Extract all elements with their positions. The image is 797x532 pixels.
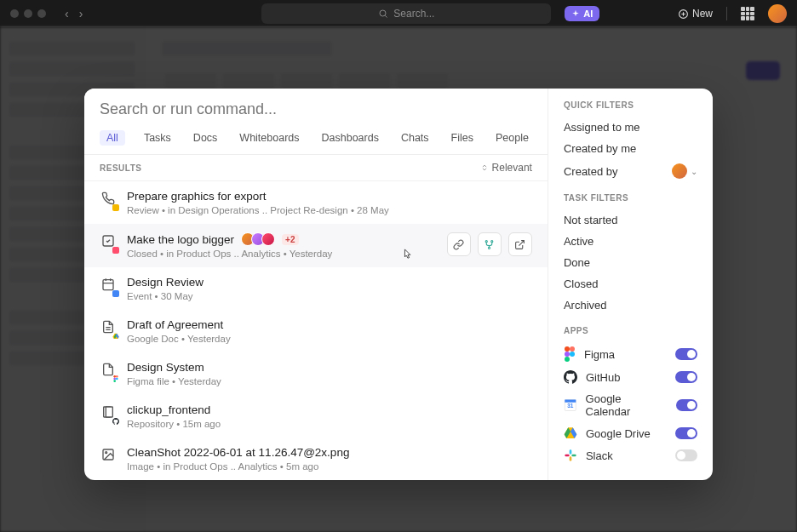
filter-done[interactable]: Done <box>564 252 697 273</box>
link-icon <box>453 239 464 250</box>
ai-button[interactable]: AI <box>565 6 599 21</box>
results-header: RESULTS Relevant <box>84 155 548 181</box>
filter-user-selector[interactable]: ⌄ <box>672 163 697 179</box>
gcal-badge-icon <box>112 290 119 297</box>
app-github: GitHub <box>564 366 697 388</box>
close-window-icon[interactable] <box>10 9 19 18</box>
toggle-slack[interactable] <box>675 449 697 461</box>
tab-docs[interactable]: Docs <box>190 130 221 146</box>
result-event-design-review[interactable]: Design Review Event • 30 May <box>84 267 548 310</box>
svg-point-17 <box>570 346 575 352</box>
result-meta: Repository • 15m ago <box>127 419 532 429</box>
nav-back-icon[interactable]: ‹ <box>63 7 71 20</box>
toggle-google-calendar[interactable] <box>676 399 697 411</box>
external-link-icon <box>514 239 525 250</box>
result-meta: Closed • in Product Ops .. Analytics • Y… <box>127 249 437 259</box>
sort-dropdown[interactable]: Relevant <box>480 162 532 174</box>
result-title: Make the logo bigger <box>127 233 234 246</box>
result-repo-clickup-frontend[interactable]: clickup_frontend Repository • 15m ago <box>84 395 548 438</box>
result-image-cleanshot[interactable]: CleanShot 2022-06-01 at 11.26.47@2x.png … <box>84 438 548 480</box>
svg-rect-25 <box>571 455 576 457</box>
result-meta: Image • in Product Ops .. Analytics • 5m… <box>127 461 532 472</box>
svg-rect-6 <box>103 280 113 290</box>
result-meta: Event • 30 May <box>127 291 532 301</box>
svg-point-3 <box>486 240 488 242</box>
svg-point-5 <box>489 247 490 249</box>
google-calendar-icon: 31 <box>564 398 577 412</box>
svg-text:31: 31 <box>567 403 574 409</box>
svg-point-20 <box>565 357 570 362</box>
avatar <box>672 163 687 179</box>
command-search-input[interactable] <box>84 89 548 123</box>
user-avatar[interactable] <box>768 4 787 23</box>
toggle-google-drive[interactable] <box>675 427 697 439</box>
app-name: Figma <box>584 348 615 361</box>
nav-forward-icon[interactable]: › <box>77 7 85 20</box>
filter-created-by[interactable]: Created by ⌄ <box>564 159 697 183</box>
chevron-down-icon: ⌄ <box>691 167 697 176</box>
result-task-make-logo-bigger[interactable]: Make the logo bigger +2 Closed • in Prod… <box>84 224 548 267</box>
tab-tasks[interactable]: Tasks <box>140 130 175 146</box>
sort-icon <box>480 163 489 172</box>
svg-point-4 <box>491 240 493 242</box>
apps-grid-icon[interactable] <box>741 7 754 20</box>
global-search-placeholder: Search... <box>393 8 434 20</box>
tab-whiteboards[interactable]: Whiteboards <box>236 130 302 146</box>
modal-overlay[interactable]: All Tasks Docs Whiteboards Dashboards Ch… <box>0 27 797 532</box>
search-icon <box>378 9 388 19</box>
tab-all[interactable]: All <box>100 130 125 146</box>
result-meta: Google Doc • Yesterday <box>127 334 532 344</box>
toggle-github[interactable] <box>675 371 697 383</box>
svg-point-16 <box>565 346 570 352</box>
phone-task-icon <box>100 192 117 209</box>
minimize-window-icon[interactable] <box>24 9 32 18</box>
svg-point-9 <box>113 378 116 380</box>
github-icon <box>564 370 577 384</box>
app-name: GitHub <box>586 371 620 384</box>
svg-point-0 <box>380 10 386 16</box>
result-figma-design-system[interactable]: Design System Figma file • Yesterday <box>84 352 548 395</box>
filter-closed[interactable]: Closed <box>564 273 697 295</box>
result-task-prepare-graphics[interactable]: Prepare graphics for export Review • in … <box>84 181 548 224</box>
result-gdoc-draft-agreement[interactable]: Draft of Agreement Google Doc • Yesterda… <box>84 310 548 352</box>
app-figma: Figma <box>564 342 697 366</box>
sparkle-icon <box>571 9 580 18</box>
global-search[interactable]: Search... <box>261 3 551 24</box>
app-name: Google Drive <box>586 427 651 440</box>
result-meta: Figma file • Yesterday <box>127 376 532 386</box>
result-title: Draft of Agreement <box>127 318 223 331</box>
filter-not-started[interactable]: Not started <box>564 209 697 231</box>
copy-link-button[interactable] <box>447 232 471 256</box>
figma-icon <box>564 346 576 362</box>
maximize-window-icon[interactable] <box>37 9 46 18</box>
toggle-figma[interactable] <box>675 348 697 360</box>
document-icon <box>100 363 117 380</box>
apps-heading: APPS <box>564 326 697 335</box>
filter-active[interactable]: Active <box>564 231 697 252</box>
result-title: Design Review <box>127 276 204 289</box>
app-slack: Slack <box>564 444 697 466</box>
filter-assigned-to-me[interactable]: Assigned to me <box>564 117 697 138</box>
results-list: Prepare graphics for export Review • in … <box>84 181 548 480</box>
traffic-lights <box>10 9 46 18</box>
document-icon <box>100 320 117 337</box>
tab-chats[interactable]: Chats <box>398 130 433 146</box>
command-palette-sidebar: QUICK FILTERS Assigned to me Created by … <box>548 89 713 480</box>
filter-created-by-me[interactable]: Created by me <box>564 138 697 159</box>
avatar <box>261 232 275 246</box>
tab-dashboards[interactable]: Dashboards <box>318 130 382 146</box>
filter-archived[interactable]: Archived <box>564 295 697 316</box>
google-drive-icon <box>564 426 577 440</box>
result-actions <box>447 232 532 256</box>
svg-rect-22 <box>565 399 576 402</box>
app-google-calendar: 31 Google Calendar <box>564 388 697 422</box>
new-button[interactable]: New <box>678 8 713 20</box>
result-title: Design System <box>127 361 204 374</box>
tab-files[interactable]: Files <box>448 130 477 146</box>
svg-point-18 <box>565 352 570 357</box>
status-badge-review <box>112 204 119 211</box>
branch-button[interactable] <box>478 232 502 256</box>
open-new-tab-button[interactable] <box>508 232 532 256</box>
tab-people[interactable]: People <box>492 130 532 146</box>
app-name: Slack <box>586 449 613 462</box>
